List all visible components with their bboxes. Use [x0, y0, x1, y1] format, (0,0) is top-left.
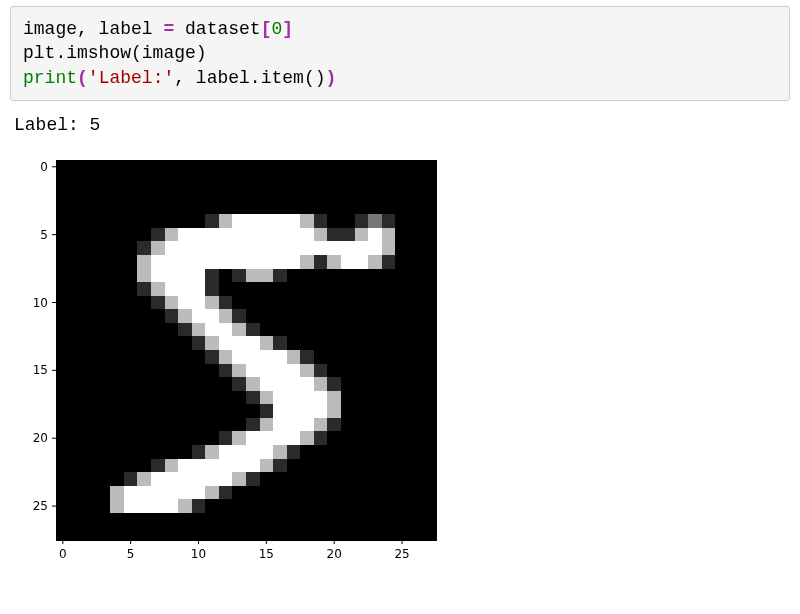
svg-rect-186 — [300, 242, 314, 256]
svg-rect-283 — [97, 296, 111, 310]
svg-rect-544 — [219, 418, 233, 432]
svg-rect-386 — [355, 337, 369, 351]
svg-rect-150 — [192, 228, 206, 242]
svg-rect-58 — [83, 187, 97, 201]
svg-rect-506 — [83, 404, 97, 418]
svg-rect-545 — [232, 418, 246, 432]
svg-rect-611 — [368, 445, 382, 459]
svg-rect-193 — [395, 242, 409, 256]
svg-rect-83 — [422, 187, 436, 201]
svg-rect-739 — [205, 513, 219, 527]
svg-rect-368 — [110, 337, 124, 351]
svg-rect-605 — [287, 445, 301, 459]
svg-rect-756 — [56, 527, 70, 541]
svg-rect-407 — [260, 350, 274, 364]
svg-rect-570 — [192, 432, 206, 446]
svg-rect-272 — [327, 282, 341, 296]
svg-rect-233 — [178, 269, 192, 283]
svg-rect-45 — [287, 174, 301, 188]
svg-rect-781 — [395, 527, 409, 541]
svg-rect-275 — [368, 282, 382, 296]
svg-rect-664 — [327, 472, 341, 486]
svg-rect-484 — [165, 391, 179, 405]
svg-rect-370 — [137, 337, 151, 351]
svg-rect-187 — [314, 242, 328, 256]
svg-rect-269 — [287, 282, 301, 296]
svg-rect-757 — [70, 527, 84, 541]
svg-rect-513 — [178, 404, 192, 418]
svg-rect-637 — [341, 459, 355, 473]
svg-rect-732 — [110, 513, 124, 527]
svg-rect-189 — [341, 242, 355, 256]
svg-rect-112 — [56, 214, 70, 228]
svg-rect-402 — [192, 350, 206, 364]
x-tick-0: 0 — [59, 547, 67, 561]
svg-rect-28 — [56, 174, 70, 188]
svg-rect-652 — [165, 472, 179, 486]
svg-rect-585 — [395, 432, 409, 446]
svg-rect-32 — [110, 174, 124, 188]
svg-rect-13 — [232, 160, 246, 174]
svg-rect-754 — [409, 513, 423, 527]
svg-rect-235 — [205, 269, 219, 283]
svg-rect-688 — [273, 486, 287, 500]
svg-rect-687 — [260, 486, 274, 500]
svg-rect-357 — [341, 323, 355, 337]
svg-rect-227 — [97, 269, 111, 283]
svg-rect-450 — [83, 377, 97, 391]
svg-rect-299 — [314, 296, 328, 310]
stdout-output: Label: 5 — [14, 113, 786, 137]
svg-rect-503 — [422, 391, 436, 405]
svg-rect-394 — [83, 350, 97, 364]
svg-rect-0 — [56, 160, 70, 174]
svg-rect-391 — [422, 337, 436, 351]
svg-rect-113 — [70, 214, 84, 228]
svg-rect-662 — [300, 472, 314, 486]
svg-rect-518 — [246, 404, 260, 418]
svg-rect-245 — [341, 269, 355, 283]
svg-rect-99 — [260, 201, 274, 215]
svg-rect-613 — [395, 445, 409, 459]
svg-rect-201 — [124, 255, 138, 269]
svg-rect-120 — [165, 214, 179, 228]
svg-rect-111 — [422, 201, 436, 215]
svg-rect-35 — [151, 174, 165, 188]
svg-rect-279 — [422, 282, 436, 296]
svg-rect-422 — [83, 364, 97, 378]
svg-rect-530 — [409, 404, 423, 418]
svg-rect-569 — [178, 432, 192, 446]
svg-rect-692 — [327, 486, 341, 500]
svg-rect-409 — [287, 350, 301, 364]
svg-rect-564 — [110, 432, 124, 446]
svg-rect-352 — [273, 323, 287, 337]
svg-rect-218 — [355, 255, 369, 269]
svg-rect-33 — [124, 174, 138, 188]
svg-rect-500 — [382, 391, 396, 405]
svg-rect-130 — [300, 214, 314, 228]
svg-rect-511 — [151, 404, 165, 418]
svg-rect-135 — [368, 214, 382, 228]
svg-rect-80 — [382, 187, 396, 201]
svg-rect-647 — [97, 472, 111, 486]
svg-rect-31 — [97, 174, 111, 188]
svg-rect-425 — [124, 364, 138, 378]
svg-rect-460 — [219, 377, 233, 391]
svg-rect-525 — [341, 404, 355, 418]
svg-rect-287 — [151, 296, 165, 310]
svg-rect-30 — [83, 174, 97, 188]
y-tick-15: 15 — [33, 364, 48, 378]
svg-rect-264 — [219, 282, 233, 296]
svg-rect-730 — [83, 513, 97, 527]
svg-rect-265 — [232, 282, 246, 296]
svg-rect-625 — [178, 459, 192, 473]
svg-rect-37 — [178, 174, 192, 188]
svg-rect-75 — [314, 187, 328, 201]
svg-rect-487 — [205, 391, 219, 405]
svg-rect-3 — [97, 160, 111, 174]
svg-rect-782 — [409, 527, 423, 541]
svg-rect-85 — [70, 201, 84, 215]
svg-rect-316 — [165, 309, 179, 323]
svg-rect-486 — [192, 391, 206, 405]
svg-rect-303 — [368, 296, 382, 310]
svg-rect-411 — [314, 350, 328, 364]
